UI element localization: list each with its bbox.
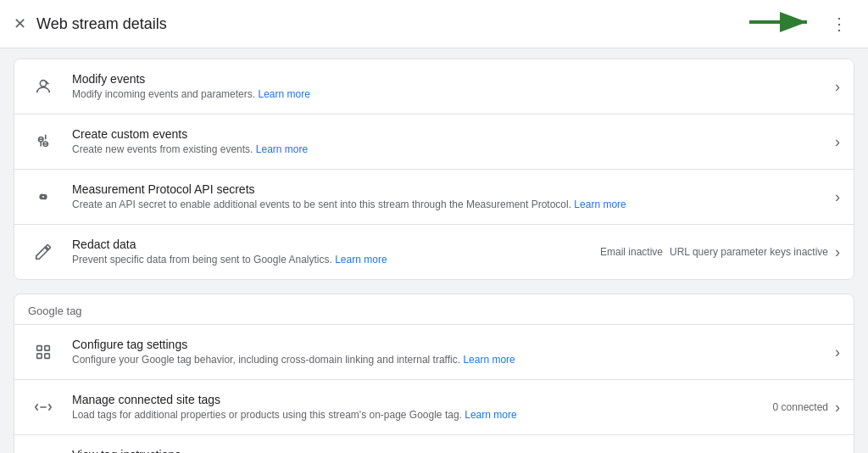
create-custom-events-content: Create custom events Create new events f… — [72, 127, 835, 157]
modify-events-chevron: › — [835, 78, 840, 96]
redact-data-chevron: › — [835, 243, 840, 261]
measurement-protocol-item[interactable]: Measurement Protocol API secrets Create … — [14, 169, 854, 224]
measurement-protocol-learn-more[interactable]: Learn more — [574, 199, 626, 210]
svg-rect-11 — [37, 354, 42, 359]
view-instructions-item[interactable]: View tag instructions Get instructions f… — [14, 434, 854, 453]
create-custom-events-item[interactable]: Create custom events Create new events f… — [14, 114, 854, 169]
modify-events-learn-more[interactable]: Learn more — [258, 88, 309, 100]
manage-connected-status: 0 connected — [773, 401, 828, 413]
modify-events-desc: Modify incoming events and parameters. L… — [72, 87, 835, 102]
view-instructions-icon — [28, 447, 58, 453]
create-custom-events-learn-more[interactable]: Learn more — [256, 143, 308, 155]
modify-events-content: Modify events Modify incoming events and… — [72, 72, 835, 102]
configure-tag-item[interactable]: Configure tag settings Configure your Go… — [14, 324, 854, 379]
manage-connected-item[interactable]: Manage connected site tags Load tags for… — [14, 379, 854, 434]
redact-data-content: Redact data Prevent specific data from b… — [72, 238, 600, 267]
configure-tag-icon — [28, 337, 58, 367]
measurement-protocol-content: Measurement Protocol API secrets Create … — [72, 182, 835, 212]
create-custom-events-desc: Create new events from existing events. … — [72, 143, 835, 157]
google-tag-section-label: Google tag — [14, 294, 854, 324]
page-title: Web stream details — [36, 15, 824, 33]
configure-tag-desc: Configure your Google tag behavior, incl… — [72, 353, 835, 367]
header: ✕ Web stream details ⋮ — [0, 0, 868, 48]
manage-connected-icon — [28, 392, 58, 422]
view-instructions-title: View tag instructions — [72, 448, 737, 453]
content-area: Modify events Modify incoming events and… — [0, 48, 868, 453]
close-button[interactable]: ✕ — [14, 14, 26, 33]
manage-connected-content: Manage connected site tags Load tags for… — [72, 393, 773, 422]
manage-connected-desc: Load tags for additional properties or p… — [72, 408, 773, 422]
create-custom-events-title: Create custom events — [72, 127, 835, 141]
configure-tag-chevron: › — [835, 344, 840, 361]
google-tag-card: Google tag Configure tag settings Config… — [14, 294, 854, 453]
measurement-protocol-title: Measurement Protocol API secrets — [72, 182, 835, 196]
redact-data-learn-more[interactable]: Learn more — [335, 254, 387, 266]
modify-events-item[interactable]: Modify events Modify incoming events and… — [14, 59, 854, 114]
svg-point-2 — [40, 81, 46, 87]
create-custom-events-icon — [28, 126, 58, 157]
redact-data-desc: Prevent specific data from being sent to… — [72, 253, 600, 267]
view-instructions-content: View tag instructions Get instructions f… — [72, 448, 737, 453]
url-query-inactive-badge: URL query parameter keys inactive — [670, 246, 828, 258]
modify-events-title: Modify events — [72, 72, 835, 86]
svg-rect-9 — [37, 346, 42, 351]
redact-data-status: Email inactive URL query parameter keys … — [600, 246, 828, 258]
configure-tag-title: Configure tag settings — [72, 338, 835, 351]
redact-data-title: Redact data — [72, 238, 600, 251]
manage-connected-title: Manage connected site tags — [72, 393, 773, 406]
connected-count-badge: 0 connected — [773, 401, 828, 413]
svg-rect-12 — [45, 354, 50, 359]
manage-connected-learn-more[interactable]: Learn more — [465, 409, 516, 421]
events-card: Modify events Modify incoming events and… — [14, 59, 854, 280]
measurement-protocol-icon — [28, 182, 58, 212]
measurement-protocol-chevron: › — [835, 188, 840, 206]
email-inactive-badge: Email inactive — [600, 246, 663, 258]
svg-rect-10 — [45, 346, 50, 351]
configure-tag-learn-more[interactable]: Learn more — [463, 354, 515, 366]
configure-tag-content: Configure tag settings Configure your Go… — [72, 338, 835, 367]
more-options-button[interactable]: ⋮ — [824, 10, 854, 37]
measurement-protocol-desc: Create an API secret to enable additiona… — [72, 198, 835, 212]
annotation-arrow — [749, 9, 817, 38]
modify-events-icon — [28, 71, 58, 102]
manage-connected-chevron: › — [835, 399, 840, 417]
create-custom-events-chevron: › — [835, 133, 840, 151]
redact-data-icon — [28, 237, 58, 267]
redact-data-item[interactable]: Redact data Prevent specific data from b… — [14, 224, 854, 279]
